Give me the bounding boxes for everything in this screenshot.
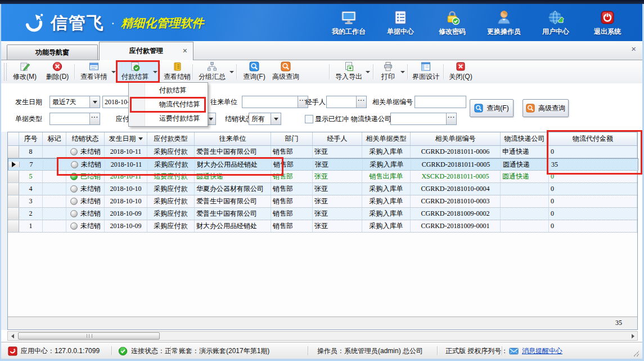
cell-amount: 0 — [549, 195, 637, 207]
table-row[interactable]: 7未结销2018-10-11采购应付款财大办公用品经销处销售部张亚采购入库单CG… — [8, 158, 638, 171]
column-header-doc_type[interactable]: 相关单据类型 — [362, 132, 411, 145]
show-red-flush-checkbox[interactable] — [305, 115, 313, 123]
toolbar-button-ui-design[interactable]: 界面设计 — [409, 61, 442, 82]
advanced-query-button[interactable]: 高级查询 — [523, 99, 569, 117]
column-header-type[interactable]: 应付款类型 — [147, 132, 195, 145]
chevron-down-icon[interactable] — [271, 113, 281, 124]
toolbar-button-label: 导入导出 — [335, 72, 362, 82]
menu-item-pay-settle[interactable]: 付款结算 — [129, 83, 208, 97]
toolbar-button-delete[interactable]: 删除(D) — [43, 61, 72, 82]
docno-input[interactable] — [415, 96, 466, 108]
header-action-operator[interactable]: 更换操作员 — [482, 9, 526, 37]
header-action-label: 修改密码 — [430, 27, 474, 37]
date-range-select[interactable]: 最近7天 — [49, 96, 100, 108]
header-action-doc-center[interactable]: 单据中心 — [379, 9, 422, 37]
status-message-center[interactable]: 消息提醒中心 — [509, 342, 562, 359]
handler-input[interactable]: ··· — [326, 96, 367, 108]
cell-logistics: 圆通快递 — [501, 171, 549, 182]
payment-settle-menu: 付款结算物流代付结算运费付款结算 — [128, 82, 208, 127]
toolbar-button-adv-search[interactable]: 高级查询 — [270, 61, 301, 82]
logistics-company-input[interactable]: ··· — [390, 113, 457, 125]
row-indicator-cell — [8, 171, 19, 182]
doctype-input[interactable]: ··· — [49, 113, 100, 125]
tab-close-icon[interactable]: × — [183, 42, 187, 60]
header-action-user-center[interactable]: 用户中心 — [534, 9, 578, 37]
toolbar-button-label: 打印 — [381, 72, 395, 82]
column-header-dept[interactable]: 部门 — [271, 132, 313, 145]
column-header-handler[interactable]: 经手人 — [313, 132, 362, 145]
column-header-ind[interactable] — [8, 132, 19, 145]
toolbar-button-print[interactable]: 打印 — [376, 61, 406, 82]
menu-item-freight-settle[interactable]: 运费付款结算 — [129, 112, 208, 126]
table-row[interactable]: 3未结销2018-10-10采购应付款爱普生中国有限公司销售部张亚采购入库单CG… — [8, 195, 637, 208]
cell-status: 未结销 — [66, 208, 105, 220]
column-header-status[interactable]: 结销状态 — [66, 132, 105, 145]
header-action-label: 单据中心 — [379, 27, 422, 37]
window-top-edge — [0, 0, 644, 4]
table-row[interactable]: 1未结销2018-10-09采购应付款财大办公用品经销处销售部张亚采购入库单CG… — [8, 220, 637, 233]
ellipsis-button[interactable]: ··· — [356, 96, 366, 108]
settle-status-select[interactable]: 所有 — [249, 113, 281, 125]
table-row[interactable]: 8未结销2018-10-11采购应付款爱普生中国有限公司销售部张亚采购入库单CG… — [8, 146, 637, 158]
scroll-left-arrow-icon[interactable] — [8, 332, 17, 340]
cell-mark — [43, 171, 66, 182]
header-action-workbench[interactable]: 我的工作台 — [327, 9, 371, 37]
toolbar-button-settle[interactable]: 付款结算 — [117, 61, 159, 82]
tab-bar: 功能导航窗 应付款管理 × — [1, 41, 642, 60]
toolbar-button-search[interactable]: 查询(F) — [240, 61, 269, 82]
header-action-password[interactable]: 修改密码 — [430, 9, 474, 37]
table-row[interactable]: 4未结销2018-10-10采购应付款华夏办公器材有限公司销售部张亚采购入库单C… — [8, 183, 637, 195]
cell-no: 2 — [19, 208, 43, 220]
column-header-unit[interactable]: 往来单位 — [195, 132, 271, 145]
cell-mark — [43, 146, 66, 158]
account-set-text: 账套：演示账套(2017年第1期) — [179, 346, 269, 356]
toolbar-button-detail[interactable]: 查看详情 — [76, 61, 117, 82]
cell-no: 4 — [19, 183, 43, 195]
column-header-doc_no[interactable]: 相关单据编号 — [411, 132, 501, 145]
window-bottom-edge — [0, 359, 644, 361]
column-header-label: 物流快递公司 — [505, 134, 545, 144]
search-icon — [249, 61, 259, 72]
app-logo-icon — [8, 346, 17, 356]
table-row[interactable]: 5已结销2018-10-11运费应付款圆通快递销售部张亚销售出库单XSCKD-2… — [8, 171, 637, 183]
tabbar-close-icon[interactable]: × — [631, 44, 636, 53]
app-banner: 信管飞 · 精细化管理软件 我的工作台单据中心修改密码更换操作员用户中心退出系统 — [0, 4, 644, 41]
unit-input[interactable]: ··· — [242, 96, 308, 108]
column-header-no[interactable]: 序号 — [19, 132, 43, 145]
header-action-exit[interactable]: 退出系统 — [586, 9, 629, 37]
scroll-right-arrow-icon[interactable] — [628, 332, 637, 340]
toolbar-button-import-export[interactable]: 导入导出 — [332, 61, 371, 82]
toolbar-button-close[interactable]: 关闭(Q) — [445, 61, 476, 82]
table-row[interactable]: 2未结销2018-10-09采购应付款爱普生中国有限公司销售部张亚采购入库单CG… — [8, 208, 637, 220]
toolbar-gripper[interactable] — [4, 63, 7, 81]
table-header-row: 序号标记结销状态发生日期应付款类型往来单位部门经手人相关单据类型相关单据编号物流… — [8, 132, 637, 146]
tab-function-nav[interactable]: 功能导航窗 — [7, 44, 98, 60]
toolbar-button-edit[interactable]: 修改(M) — [9, 61, 40, 82]
cell-status: 未结销 — [66, 195, 105, 207]
docno-label: 相关单据编号 — [372, 96, 413, 108]
chevron-down-icon[interactable] — [89, 96, 100, 108]
column-header-mark[interactable]: 标记 — [43, 132, 66, 145]
column-header-date[interactable]: 发生日期 — [105, 132, 147, 145]
scrollbar-thumb[interactable] — [18, 332, 160, 340]
column-header-label: 序号 — [24, 134, 38, 144]
message-center-link[interactable]: 消息提醒中心 — [522, 346, 562, 356]
column-header-amount[interactable]: 物流代付金额 — [549, 132, 637, 145]
column-header-logistics[interactable]: 物流快递公司 — [501, 132, 549, 145]
query-button[interactable]: 查询(F) — [470, 99, 514, 117]
tab-payables-management[interactable]: 应付款管理 × — [99, 42, 193, 60]
resize-grip[interactable] — [633, 351, 639, 356]
search-icon — [474, 104, 483, 113]
ellipsis-button[interactable]: ··· — [446, 113, 456, 124]
column-header-label: 物流代付金额 — [573, 134, 613, 144]
menu-item-logistics-settle[interactable]: 物流代付结算 — [129, 97, 208, 112]
ellipsis-button[interactable]: ··· — [89, 113, 100, 124]
toolbar-button-view-settle[interactable]: 查看结销 — [162, 61, 192, 82]
toolbar-button-group[interactable]: 分组汇总 — [195, 61, 235, 82]
horizontal-scrollbar[interactable] — [7, 331, 638, 341]
operator-icon — [496, 9, 512, 26]
cell-unit: 爱普生中国有限公司 — [195, 195, 271, 207]
cell-date: 2018-10-09 — [105, 208, 147, 220]
cell-doc_no: CGRKD-20181010-0003 — [411, 195, 501, 207]
row-indicator-cell — [8, 220, 19, 232]
